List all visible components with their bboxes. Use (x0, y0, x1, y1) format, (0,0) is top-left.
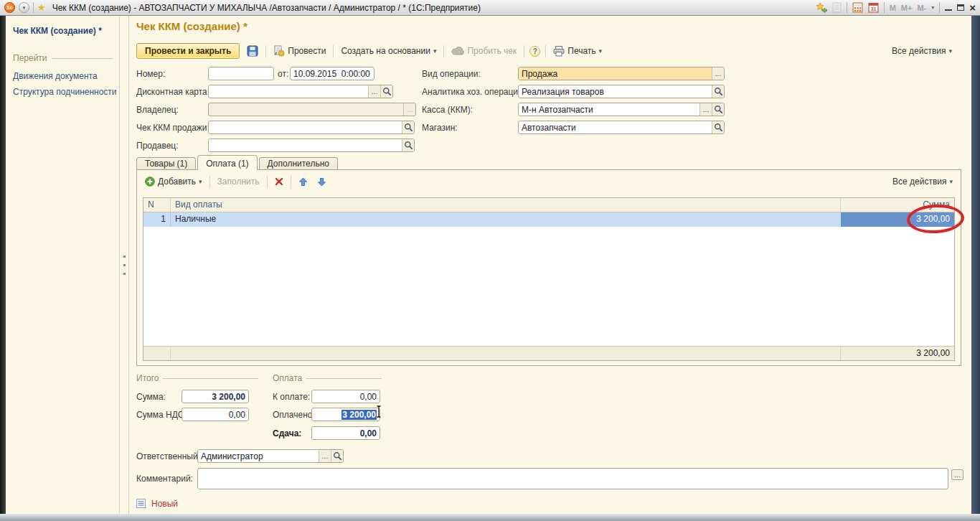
close-button[interactable]: × (969, 2, 976, 13)
main-menu-button[interactable]: ▾ (19, 2, 29, 13)
vat-value[interactable]: 0,00 (182, 408, 248, 421)
responsible-label: Ответственный: (136, 451, 200, 461)
responsible-value[interactable]: Администратор (198, 450, 319, 462)
tab-payment[interactable]: Оплата (1) (197, 155, 257, 170)
table-toolbar: Добавить▾ Заполнить Все действия▾ (143, 174, 955, 189)
number-field[interactable] (208, 67, 274, 80)
column-header-amount[interactable]: Сумма (841, 198, 954, 212)
discount-card-value[interactable] (209, 85, 368, 98)
change-field[interactable]: 0,00 (311, 426, 380, 440)
fill-button[interactable]: Заполнить (215, 175, 262, 188)
responsible-select-button[interactable]: ... (319, 450, 331, 462)
responsible-search-button[interactable] (331, 450, 343, 462)
punch-check-label: Пробить чек (467, 46, 517, 56)
memory-plus-button[interactable]: M+ (901, 4, 913, 12)
help-button[interactable]: ? (529, 46, 540, 57)
paid-value-selected[interactable]: 3 200,00 (341, 410, 377, 420)
column-header-n[interactable]: N (143, 198, 171, 212)
move-up-button[interactable] (296, 176, 310, 188)
discount-card-search-button[interactable] (380, 85, 392, 98)
punch-check-button[interactable]: Пробить чек (449, 44, 519, 57)
sale-check-value[interactable] (209, 121, 402, 133)
date-value[interactable]: 10.09.2015 0:00:00 (291, 67, 374, 80)
cash-register-search-button[interactable] (712, 103, 724, 116)
operation-type-value[interactable]: Продажа (519, 67, 712, 80)
create-based-on-button[interactable]: Создать на основании▾ (339, 44, 438, 57)
date-field[interactable]: 10.09.2015 0:00:00 (290, 67, 374, 80)
to-pay-value[interactable]: 0,00 (312, 390, 380, 403)
comment-field[interactable] (197, 468, 948, 489)
cell-row-number[interactable]: 1 (143, 212, 171, 227)
cash-register-field[interactable]: М-н Автозапчасти ... (518, 103, 725, 116)
screen-bottom-edge (0, 514, 980, 521)
tab-additional[interactable]: Дополнительно (259, 157, 338, 170)
add-favorite-icon[interactable] (816, 2, 827, 14)
sum-field[interactable]: 3 200,00 (182, 390, 249, 403)
analytics-value[interactable]: Реализация товаров (519, 85, 712, 98)
column-header-payment-type[interactable]: Вид оплаты (171, 198, 841, 212)
footer-cell-n (143, 347, 171, 360)
group-rule (306, 378, 382, 379)
minimize-button[interactable] (945, 4, 952, 11)
memory-minus-button[interactable]: M- (917, 4, 926, 12)
table-row[interactable]: 1 Наличные 3 200,00 (143, 212, 954, 227)
seller-field[interactable] (208, 139, 415, 152)
cash-register-select-button[interactable]: ... (699, 103, 712, 116)
print-button[interactable]: Печать▾ (551, 44, 604, 58)
store-value[interactable]: Автозапчасти (519, 121, 712, 133)
store-search-button[interactable] (712, 121, 724, 133)
cell-payment-type[interactable]: Наличные (171, 212, 841, 227)
post-and-close-button[interactable]: Провести и закрыть (136, 43, 240, 59)
memory-recall-button[interactable]: M (890, 4, 896, 12)
group-rule (163, 378, 258, 379)
table-empty-area[interactable] (143, 227, 954, 346)
screen-left-edge (0, 16, 6, 514)
sidebar-nav-header-label: Перейти (13, 53, 47, 63)
table-all-actions-button[interactable]: Все действия▾ (890, 175, 955, 188)
payment-tab-panel: Добавить▾ Заполнить Все действия▾ N Вид … (136, 169, 961, 366)
responsible-field[interactable]: Администратор ... (197, 449, 344, 463)
titlebar-more-button[interactable]: ▾ (931, 4, 934, 11)
add-row-button[interactable]: Добавить▾ (143, 175, 204, 188)
maximize-button[interactable] (957, 4, 964, 11)
sale-check-field[interactable] (208, 121, 415, 134)
calculator-icon[interactable] (852, 2, 863, 13)
vat-field[interactable]: 0,00 (182, 408, 249, 421)
seller-value[interactable] (209, 139, 402, 151)
cash-register-value[interactable]: М-н Автозапчасти (519, 103, 699, 116)
paid-field[interactable]: 3 200,00 (311, 408, 380, 421)
discount-card-select-button[interactable]: ... (368, 85, 380, 98)
operation-type-field[interactable]: Продажа ... (518, 67, 725, 80)
comment-expand-button[interactable]: ... (951, 469, 963, 480)
seller-search-button[interactable] (402, 139, 414, 151)
sidebar: Чек ККМ (создание) * Перейти Движения до… (6, 16, 119, 514)
discount-card-field[interactable]: ... (208, 85, 393, 98)
delete-row-button[interactable] (273, 176, 286, 187)
to-pay-field[interactable]: 0,00 (311, 390, 380, 403)
analytics-search-button[interactable] (712, 85, 724, 98)
sidebar-link-document-movements[interactable]: Движения документа (13, 71, 113, 81)
document-icon[interactable] (832, 2, 842, 13)
calendar-icon[interactable] (868, 2, 879, 13)
sidebar-link-subordination-structure[interactable]: Структура подчиненности (13, 87, 113, 97)
comment-value[interactable] (198, 469, 948, 489)
analytics-field[interactable]: Реализация товаров (518, 85, 725, 98)
save-button[interactable] (245, 44, 260, 58)
magnifier-icon (382, 87, 392, 96)
move-down-button[interactable] (315, 176, 329, 188)
sum-value[interactable]: 3 200,00 (182, 390, 248, 403)
operation-type-label: Вид операции: (422, 69, 481, 79)
operation-type-select-button[interactable]: ... (712, 67, 724, 80)
magnifier-icon (333, 451, 342, 461)
store-field[interactable]: Автозапчасти (518, 121, 725, 134)
post-button[interactable]: Провести (271, 44, 328, 58)
sale-check-search-button[interactable] (402, 121, 414, 133)
number-value[interactable] (209, 67, 273, 80)
change-value[interactable]: 0,00 (312, 427, 380, 439)
favorites-star-icon[interactable]: ★ (37, 3, 46, 12)
all-actions-button[interactable]: Все действия▾ (890, 44, 954, 57)
payment-group-header: Оплата (273, 373, 382, 383)
sidebar-splitter[interactable] (119, 16, 129, 514)
tab-goods[interactable]: Товары (1) (136, 157, 196, 170)
cell-amount-selected[interactable]: 3 200,00 (841, 212, 954, 227)
